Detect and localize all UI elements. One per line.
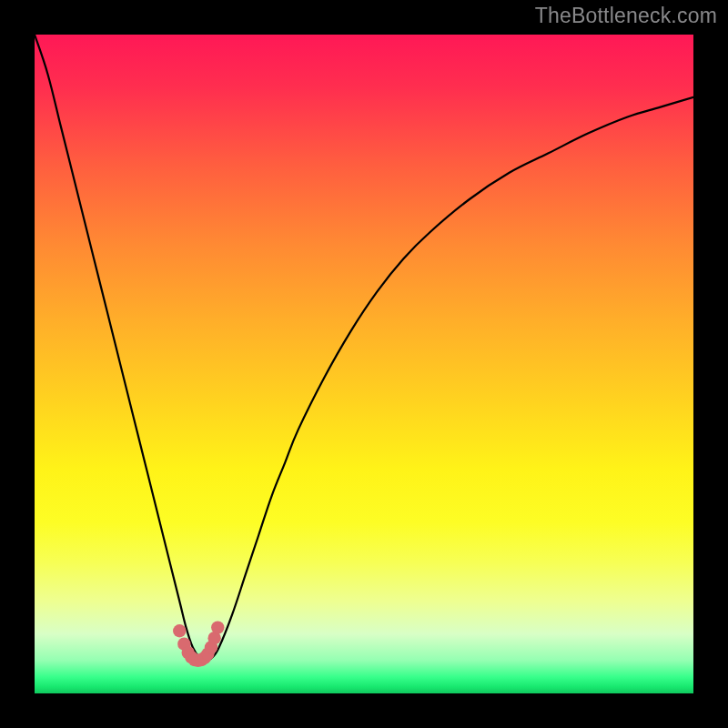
highlight-dot	[173, 624, 186, 637]
chart-overlay	[35, 35, 693, 693]
watermark-text: TheBottleneck.com	[535, 4, 717, 28]
bottleneck-curve	[35, 35, 693, 661]
curve-group	[35, 35, 693, 661]
chart-frame: TheBottleneck.com	[0, 0, 728, 728]
plot-area	[35, 35, 693, 693]
highlight-dot	[211, 621, 224, 633]
marker-group	[173, 621, 224, 667]
